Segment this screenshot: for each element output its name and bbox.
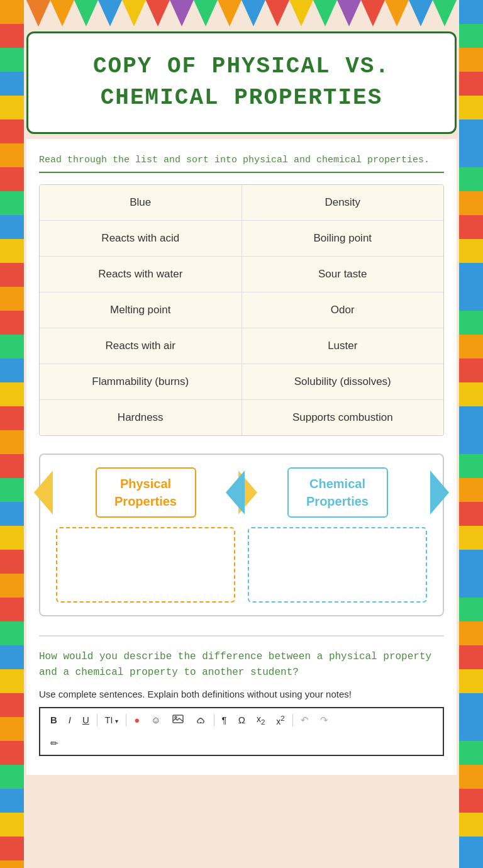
sort-cell-density[interactable]: Density (242, 185, 444, 220)
underline-button[interactable]: U (79, 713, 93, 727)
superscript-button[interactable]: x2 (272, 712, 288, 728)
divider (126, 714, 126, 726)
physical-properties-column: PhysicalProperties (56, 467, 235, 603)
sort-cell-sour-taste[interactable]: Sour taste (242, 257, 444, 292)
instruction-text: Read through the list and sort into phys… (39, 155, 444, 173)
svg-marker-13 (337, 0, 361, 26)
sort-cell-flammability[interactable]: Flammability (burns) (40, 364, 242, 399)
svg-marker-17 (433, 0, 457, 26)
svg-marker-4 (122, 0, 146, 26)
paragraph-button[interactable]: ¶ (218, 713, 231, 727)
chemical-drop-zone[interactable] (248, 527, 427, 603)
font-size-button[interactable]: TI ▾ (101, 713, 122, 727)
sort-cell-blue[interactable]: Blue (40, 185, 242, 220)
divider (214, 714, 214, 726)
svg-marker-8 (218, 0, 242, 26)
chemical-ribbon-right (430, 470, 449, 515)
bold-button[interactable]: B (47, 713, 61, 727)
sort-cell-hardness[interactable]: Hardness (40, 400, 242, 435)
sort-cell-luster[interactable]: Luster (242, 328, 444, 364)
physical-ribbon-left (34, 470, 53, 515)
right-border (459, 0, 483, 868)
editor-toolbar: B I U TI ▾ ● ☺ (39, 707, 444, 756)
sort-row[interactable]: Reacts with water Sour taste (40, 257, 443, 292)
svg-marker-9 (242, 0, 265, 26)
subtext: Use complete sentences. Explain both def… (39, 689, 444, 699)
sort-row[interactable]: Melting point Odor (40, 292, 443, 328)
sorting-section: PhysicalProperties ChemicalProperties (39, 453, 444, 616)
sort-grid: Blue Density Reacts with acid Boiling po… (39, 184, 444, 436)
sort-row[interactable]: Flammability (burns) Solubility (dissolv… (40, 364, 443, 400)
sort-cell-melting-point[interactable]: Melting point (40, 292, 242, 328)
italic-button[interactable]: I (65, 713, 75, 727)
link-button[interactable] (191, 713, 210, 727)
sort-cell-supports-combustion[interactable]: Supports combustion (242, 400, 444, 435)
sort-row[interactable]: Reacts with air Luster (40, 328, 443, 364)
main-title: COPY OF PHYSICAL VS. CHEMICAL PROPERTIES (41, 51, 442, 114)
svg-point-20 (175, 716, 177, 718)
main-content: Read through the list and sort into phys… (26, 139, 457, 775)
sort-row[interactable]: Hardness Supports combustion (40, 400, 443, 435)
eraser-button[interactable]: ✏ (47, 736, 62, 751)
svg-marker-3 (98, 0, 122, 26)
svg-marker-18 (26, 0, 50, 26)
sort-cell-reacts-air[interactable]: Reacts with air (40, 328, 242, 364)
color-button[interactable]: ● (130, 713, 143, 727)
physical-label-box: PhysicalProperties (96, 467, 196, 518)
divider (97, 714, 97, 726)
top-decoration (26, 0, 457, 26)
left-border (0, 0, 24, 868)
omega-button[interactable]: Ω (235, 713, 249, 727)
svg-marker-15 (385, 0, 409, 26)
image-button[interactable] (169, 713, 187, 727)
svg-marker-11 (289, 0, 313, 26)
svg-marker-1 (50, 0, 74, 26)
sort-cell-odor[interactable]: Odor (242, 292, 444, 328)
subscript-button[interactable]: x2 (253, 712, 269, 728)
chemical-label-box: ChemicalProperties (287, 467, 388, 518)
svg-marker-7 (194, 0, 218, 26)
svg-marker-2 (74, 0, 98, 26)
chemical-properties-column: ChemicalProperties (248, 467, 427, 603)
physical-drop-zone[interactable] (56, 527, 235, 603)
svg-marker-5 (146, 0, 170, 26)
sort-cell-solubility[interactable]: Solubility (dissolves) (242, 364, 444, 399)
svg-marker-16 (409, 0, 433, 26)
chemical-ribbon-left (226, 470, 245, 515)
svg-marker-14 (361, 0, 385, 26)
svg-marker-10 (265, 0, 289, 26)
undo-button[interactable]: ↶ (297, 713, 313, 728)
svg-marker-6 (170, 0, 194, 26)
svg-marker-12 (313, 0, 337, 26)
redo-button[interactable]: ↷ (316, 713, 332, 728)
sort-cell-reacts-water[interactable]: Reacts with water (40, 257, 242, 292)
sort-row[interactable]: Blue Density (40, 185, 443, 221)
title-section: COPY OF PHYSICAL VS. CHEMICAL PROPERTIES (26, 31, 457, 134)
sort-row[interactable]: Reacts with acid Boiling point (40, 221, 443, 257)
question-text: How would you describe the difference be… (39, 649, 444, 681)
emoji-button[interactable]: ☺ (147, 713, 164, 727)
sort-cell-reacts-acid[interactable]: Reacts with acid (40, 221, 242, 256)
question-section: How would you describe the difference be… (39, 635, 444, 756)
divider (292, 714, 293, 726)
sort-cell-boiling-point[interactable]: Boiling point (242, 221, 444, 256)
